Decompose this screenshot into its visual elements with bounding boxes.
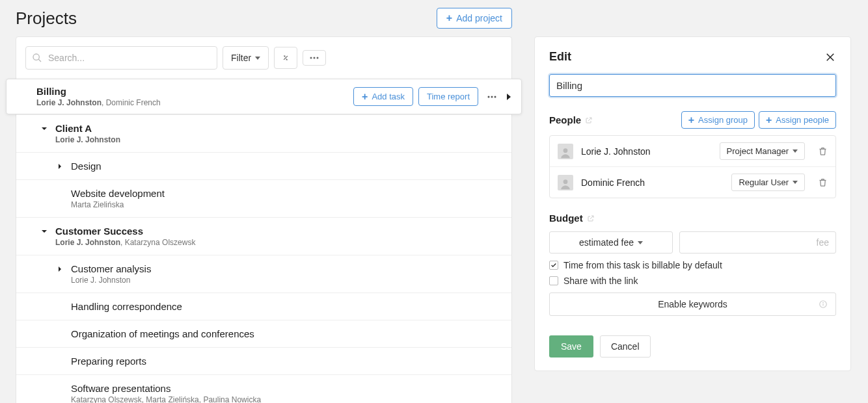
- filter-button[interactable]: Filter: [223, 46, 269, 70]
- chevron-down-icon[interactable]: [41, 228, 47, 235]
- person-name: Dominic French: [581, 177, 724, 188]
- arrows-diagonal-icon: [281, 53, 290, 62]
- billable-checkbox[interactable]: [549, 261, 558, 270]
- tree-row-title: Customer Success: [55, 226, 502, 237]
- tree-row[interactable]: Software presentationsKatarzyna Olszewsk…: [16, 374, 511, 403]
- budget-section-label: Budget: [549, 213, 595, 224]
- tree-row[interactable]: Website developmentMarta Zielińska: [16, 179, 511, 217]
- close-icon[interactable]: [824, 51, 836, 63]
- fee-input[interactable]: [679, 231, 836, 254]
- cancel-button[interactable]: Cancel: [600, 335, 651, 358]
- save-button[interactable]: Save: [549, 335, 593, 358]
- dots-horizontal-icon: [487, 96, 496, 98]
- chevron-right-icon[interactable]: [57, 266, 63, 272]
- tree-row-sub: Lorie J. Johnston: [71, 276, 502, 285]
- billable-label: Time from this task is billable by defau…: [563, 260, 722, 270]
- tree-row[interactable]: Handling correspondence: [16, 292, 511, 320]
- tree-row-sub: Lorie J. Johnston: [55, 135, 502, 144]
- filter-label: Filter: [231, 53, 251, 63]
- search-input[interactable]: [25, 46, 217, 70]
- tree-row[interactable]: Customer analysisLorie J. Johnston: [16, 255, 511, 292]
- assign-group-button[interactable]: + Assign group: [681, 111, 755, 129]
- check-icon: [550, 262, 557, 268]
- plus-icon: +: [446, 14, 452, 23]
- svg-point-5: [488, 96, 490, 98]
- plus-icon: +: [362, 92, 368, 101]
- tree-row[interactable]: Organization of meetings and conferences: [16, 320, 511, 347]
- chevron-right-icon[interactable]: [506, 93, 512, 101]
- project-name-input[interactable]: [549, 74, 836, 97]
- time-report-button[interactable]: Time report: [418, 87, 478, 106]
- page-title: Projects: [16, 8, 77, 29]
- search-wrapper: [25, 46, 217, 70]
- time-report-label: Time report: [427, 92, 470, 101]
- project-people: Lorie J. Johnston, Dominic French: [36, 98, 353, 107]
- add-project-button[interactable]: + Add project: [437, 8, 512, 29]
- tree-row-title: Software presentations: [71, 383, 502, 394]
- assign-group-label: Assign group: [698, 115, 748, 125]
- tree-row[interactable]: Customer SuccessLorie J. Johnston, Katar…: [16, 217, 511, 255]
- info-icon: [819, 300, 828, 309]
- svg-point-10: [563, 148, 568, 153]
- person-name: Lorie J. Johnston: [581, 146, 712, 157]
- svg-point-14: [823, 302, 824, 303]
- row-more-button[interactable]: [483, 92, 500, 102]
- projects-panel: Filter Billing Lorie J. Johnston, Domini…: [16, 36, 512, 403]
- project-row-selected[interactable]: Billing Lorie J. Johnston, Dominic Frenc…: [6, 79, 522, 114]
- tree-row-title: Organization of meetings and conferences: [71, 328, 502, 339]
- role-label: Project Manager: [727, 146, 789, 156]
- plus-icon: +: [766, 116, 772, 125]
- avatar: [558, 144, 573, 159]
- budget-type-label: estimated fee: [579, 237, 634, 248]
- svg-point-4: [317, 57, 319, 59]
- chevron-down-icon[interactable]: [41, 125, 47, 132]
- svg-point-3: [314, 57, 316, 59]
- add-task-button[interactable]: + Add task: [353, 87, 413, 106]
- trash-icon[interactable]: [813, 146, 828, 156]
- role-dropdown[interactable]: Project Manager: [720, 142, 805, 160]
- tree-row-title: Handling correspondence: [71, 301, 502, 312]
- chevron-down-icon: [793, 150, 798, 153]
- plus-icon: +: [688, 116, 694, 125]
- enable-keywords-button[interactable]: Enable keywords: [549, 292, 836, 316]
- more-options-button[interactable]: [303, 50, 326, 66]
- tree-row[interactable]: Preparing reports: [16, 347, 511, 374]
- person-row: Lorie J. JohnstonProject Manager: [550, 136, 835, 166]
- tree-row-sub: Katarzyna Olszewsk, Marta Zielińska, Pau…: [71, 395, 502, 403]
- dots-horizontal-icon: [310, 57, 319, 59]
- share-link-checkbox[interactable]: [549, 276, 558, 285]
- tree-row-sub: Marta Zielińska: [71, 200, 502, 209]
- role-dropdown[interactable]: Regular User: [731, 174, 805, 191]
- enable-keywords-label: Enable keywords: [658, 299, 727, 309]
- assign-people-button[interactable]: + Assign people: [759, 111, 836, 129]
- svg-point-7: [495, 96, 496, 98]
- tree-row-title: Website development: [71, 188, 502, 199]
- tree-row-title: Client A: [55, 123, 502, 134]
- chevron-down-icon: [793, 181, 798, 184]
- people-section-label: People: [549, 114, 593, 125]
- add-task-label: Add task: [372, 92, 405, 101]
- budget-type-dropdown[interactable]: estimated fee: [549, 231, 673, 254]
- svg-line-1: [38, 59, 41, 62]
- tree-row-sub: Lorie J. Johnston, Katarzyna Olszewsk: [55, 238, 502, 247]
- chevron-right-icon[interactable]: [57, 163, 63, 170]
- search-icon: [32, 53, 42, 63]
- external-link-icon: [587, 214, 595, 222]
- tree-row[interactable]: Client ALorie J. Johnston: [16, 114, 511, 152]
- trash-icon[interactable]: [813, 177, 828, 187]
- assign-people-label: Assign people: [776, 115, 829, 125]
- chevron-down-icon: [255, 57, 260, 60]
- tree-row-title: Preparing reports: [71, 356, 502, 367]
- share-link-label: Share with the link: [563, 276, 638, 286]
- role-label: Regular User: [739, 177, 789, 187]
- svg-point-11: [563, 179, 568, 184]
- avatar: [558, 175, 573, 190]
- svg-point-2: [310, 57, 312, 59]
- edit-panel: Edit People + Assign group + Assign peo: [534, 36, 851, 371]
- tree-row-title: Design: [71, 161, 502, 172]
- collapse-expand-button[interactable]: [274, 47, 297, 69]
- tree-row-title: Customer analysis: [71, 263, 502, 274]
- person-row: Dominic FrenchRegular User: [550, 166, 835, 198]
- chevron-down-icon: [638, 241, 643, 244]
- tree-row[interactable]: Design: [16, 152, 511, 179]
